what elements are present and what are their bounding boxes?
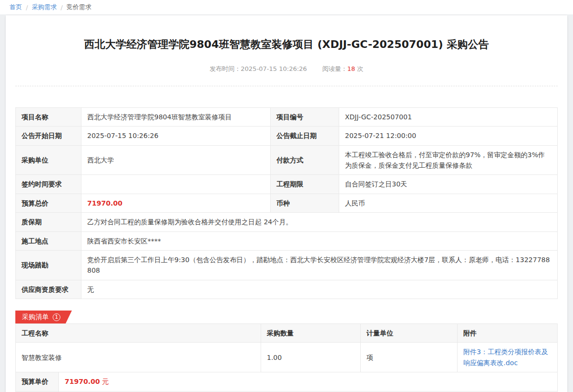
info-value-project-name: 西北大学经济管理学院9804班智慧教室装修项目 [81, 107, 271, 126]
table-row: 供应商资质要求 无 [16, 280, 558, 299]
info-value-duration: 自合同签订之日30天 [339, 175, 558, 194]
item-name: 智慧教室装修 [16, 343, 261, 372]
info-value-buyer: 西北大学 [81, 145, 271, 175]
purchase-list-count-badge: 1 [53, 313, 60, 321]
attachment-link[interactable]: 附件3：工程类分项报价表及响应偏离表改.doc [463, 348, 548, 366]
info-label-duration: 工程期限 [271, 175, 339, 194]
col-header-quantity: 采购数量 [261, 324, 361, 343]
view-count: 阅读量：18 次 [322, 65, 364, 72]
info-label-survey: 现场踏勘 [16, 250, 81, 280]
breadcrumb-separator: / [60, 4, 62, 11]
breadcrumb-separator: / [26, 4, 28, 11]
publish-time: 发布时间：2025-07-15 10:26:26 [210, 65, 309, 72]
purchase-list-section: 采购清单 1 工程名称 采购数量 计量单位 附件 智慧教室装修 1.00 项 附… [15, 311, 558, 392]
budget-total-amount: 71970.00 [87, 199, 123, 207]
table-row: 预算总价 71970.00 币种 人民币 [16, 194, 558, 212]
view-count-unit: 次 [357, 65, 363, 72]
info-label-end-date: 公告截止日期 [271, 127, 339, 145]
view-count-label: 阅读量： [322, 65, 347, 72]
announcement-meta: 发布时间：2025-07-15 10:26:26 阅读量：18 次 [15, 65, 558, 73]
table-row: 现场踏勘 竞价开启后第三个工作日上午9:30（包含公告发布日），踏勘地点：西北大… [16, 250, 558, 280]
purchase-detail-table: 预算单价 71970.00 元 工程内容 此项目主要包含，教室内的地面处理，前面… [15, 372, 558, 392]
col-header-attachment: 附件 [458, 324, 558, 343]
table-row: 采购单位 西北大学 付款方式 本工程竣工验收合格后，付至审定价款的97%，留审定… [16, 145, 558, 175]
announcement-card: 西北大学经济管理学院9804班智慧教室装修项目 (XDJJ-GC-2025070… [6, 15, 567, 392]
info-value-start-date: 2025-07-15 10:26:26 [81, 127, 271, 145]
project-info-table: 项目名称 西北大学经济管理学院9804班智慧教室装修项目 项目编号 XDJJ-G… [15, 107, 558, 299]
info-label-qualification: 供应商资质要求 [16, 280, 81, 299]
purchase-list-table: 工程名称 采购数量 计量单位 附件 智慧教室装修 1.00 项 附件3：工程类分… [15, 323, 558, 372]
publish-time-value: 2025-07-15 10:26:26 [241, 65, 307, 72]
item-quantity: 1.00 [261, 343, 361, 372]
info-label-warranty: 质保期 [16, 213, 81, 231]
breadcrumb-current: 竞价需求 [67, 3, 92, 12]
info-value-sign-time [81, 175, 271, 194]
purchase-list-tag: 采购清单 1 [15, 311, 72, 323]
unit-price-amount: 71970.00 [65, 378, 100, 385]
breadcrumb-home-link[interactable]: 首页 [10, 3, 22, 12]
info-value-payment: 本工程竣工验收合格后，付至审定价款的97%，留审定金额的3%作为质保金，质保金支… [339, 145, 558, 175]
table-row: 公告开始日期 2025-07-15 10:26:26 公告截止日期 2025-0… [16, 127, 558, 145]
info-label-project-name: 项目名称 [16, 107, 81, 126]
table-row: 项目名称 西北大学经济管理学院9804班智慧教室装修项目 项目编号 XDJJ-G… [16, 107, 558, 126]
info-label-payment: 付款方式 [271, 145, 339, 175]
info-label-start-date: 公告开始日期 [16, 127, 81, 145]
breadcrumb: 首页 / 采购需求 / 竞价需求 [0, 0, 573, 14]
info-label-buyer: 采购单位 [16, 145, 81, 175]
breadcrumb-section-link[interactable]: 采购需求 [32, 3, 57, 12]
view-count-value: 18 [347, 65, 355, 72]
table-row: 签约时间要求 工程期限 自合同签订之日30天 [16, 175, 558, 194]
info-value-survey: 竞价开启后第三个工作日上午9:30（包含公告发布日），踏勘地点：西北大学长安校区… [81, 250, 558, 280]
unit-price-unit: 元 [102, 378, 109, 385]
unit-price-label: 预算单价 [16, 372, 59, 391]
info-value-qualification: 无 [81, 280, 558, 299]
item-attachment-cell: 附件3：工程类分项报价表及响应偏离表改.doc [458, 343, 558, 372]
info-label-site: 施工地点 [16, 231, 81, 250]
purchase-list-tag-label: 采购清单 [22, 313, 49, 322]
info-value-currency: 人民币 [339, 194, 558, 212]
table-row: 施工地点 陕西省西安市长安区**** [16, 231, 558, 250]
item-unit: 项 [361, 343, 458, 372]
info-value-end-date: 2025-07-21 12:00:00 [339, 127, 558, 145]
info-label-project-code: 项目编号 [271, 107, 339, 126]
col-header-unit: 计量单位 [361, 324, 458, 343]
info-value-project-code: XDJJ-GC-202507001 [339, 107, 558, 126]
info-label-budget-total: 预算总价 [16, 194, 81, 212]
info-value-site: 陕西省西安市长安区**** [81, 231, 558, 250]
table-header-row: 工程名称 采购数量 计量单位 附件 [16, 324, 558, 343]
table-row: 质保期 乙方对合同工程的质量保修期为验收合格并交付使用之日起 24个月。 [16, 213, 558, 231]
table-row: 预算单价 71970.00 元 [16, 372, 558, 391]
info-value-budget-total: 71970.00 [81, 194, 271, 212]
col-header-project-name: 工程名称 [16, 324, 261, 343]
divider [15, 86, 558, 86]
table-row: 智慧教室装修 1.00 项 附件3：工程类分项报价表及响应偏离表改.doc [16, 343, 558, 372]
info-label-sign-time: 签约时间要求 [16, 175, 81, 194]
page-title: 西北大学经济管理学院9804班智慧教室装修项目 (XDJJ-GC-2025070… [15, 37, 558, 52]
info-label-currency: 币种 [271, 194, 339, 212]
info-value-warranty: 乙方对合同工程的质量保修期为验收合格并交付使用之日起 24个月。 [81, 213, 558, 231]
unit-price-cell: 71970.00 元 [59, 372, 558, 391]
publish-time-label: 发布时间： [210, 65, 241, 72]
